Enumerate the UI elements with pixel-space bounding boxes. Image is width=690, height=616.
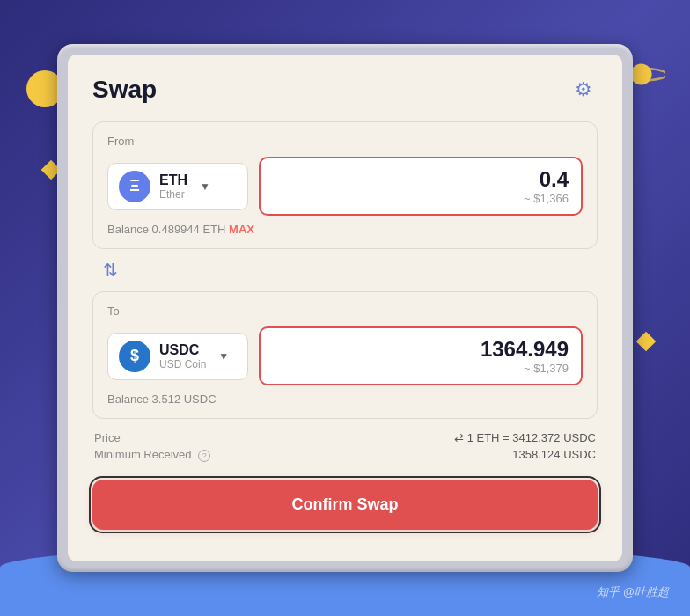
from-section: From Ξ ETH Ether ▼ 0.4 ~ $1,366 Balance …: [92, 121, 598, 249]
settings-button[interactable]: ⚙: [569, 76, 598, 104]
gear-icon: ⚙: [575, 78, 592, 101]
to-balance-row: Balance 3.512 USDC: [107, 392, 583, 406]
watermark: 知乎 @叶胜超: [597, 584, 669, 600]
from-amount-usd: ~ $1,366: [273, 192, 569, 205]
inner-panel: Swap ⚙ From Ξ ETH Ether ▼ 0.4 ~ $1,3: [68, 55, 622, 561]
to-amount-box[interactable]: 1364.949 ~ $1,379: [259, 326, 583, 385]
from-token-row: Ξ ETH Ether ▼ 0.4 ~ $1,366: [107, 157, 583, 216]
swap-arrows-icon: ⇅: [103, 260, 118, 281]
swap-header: Swap ⚙: [92, 76, 598, 104]
price-row: Price ⇄ 1 ETH = 3412.372 USDC: [94, 431, 596, 444]
from-token-info: ETH Ether: [159, 172, 187, 201]
to-token-info: USDC USD Coin: [159, 342, 206, 370]
from-chevron-icon: ▼: [200, 180, 210, 193]
min-received-row: Minimum Received ? 1358.124 USDC: [94, 448, 596, 462]
main-panel: Swap ⚙ From Ξ ETH Ether ▼ 0.4 ~ $1,3: [57, 44, 633, 572]
confirm-swap-button[interactable]: Confirm Swap: [92, 480, 598, 530]
swap-direction-button[interactable]: ⇅: [98, 258, 122, 282]
to-token-selector[interactable]: $ USDC USD Coin ▼: [107, 333, 248, 380]
usdc-icon: $: [119, 341, 150, 372]
price-label: Price: [94, 431, 121, 444]
min-received-value: 1358.124 USDC: [512, 448, 596, 462]
from-balance-text: Balance 0.489944 ETH: [107, 223, 225, 236]
from-label: From: [107, 135, 583, 148]
price-info: Price ⇄ 1 ETH = 3412.372 USDC Minimum Re…: [92, 431, 598, 462]
from-token-selector[interactable]: Ξ ETH Ether ▼: [107, 163, 248, 210]
to-amount-usd: ~ $1,379: [273, 362, 569, 375]
to-token-row: $ USDC USD Coin ▼ 1364.949 ~ $1,379: [107, 326, 583, 385]
to-section: To $ USDC USD Coin ▼ 1364.949 ~ $1,379 B…: [92, 291, 598, 419]
page-title: Swap: [92, 76, 157, 104]
min-received-info-icon[interactable]: ?: [198, 450, 210, 462]
from-token-subname: Ether: [159, 188, 187, 201]
to-label: To: [107, 304, 583, 318]
min-received-label: Minimum Received ?: [94, 448, 210, 462]
to-amount-value: 1364.949: [273, 337, 569, 362]
from-amount-value: 0.4: [273, 167, 569, 192]
max-button[interactable]: MAX: [229, 223, 254, 236]
eth-icon: Ξ: [119, 171, 150, 202]
from-token-name: ETH: [159, 172, 187, 188]
to-token-name: USDC: [159, 342, 206, 358]
from-amount-box[interactable]: 0.4 ~ $1,366: [259, 157, 583, 216]
to-chevron-icon: ▼: [218, 350, 229, 363]
to-token-subname: USD Coin: [159, 358, 206, 370]
to-balance-text: Balance 3.512 USDC: [107, 392, 217, 406]
svg-point-0: [631, 64, 652, 85]
swap-arrows-container: ⇅: [92, 249, 598, 291]
price-value: ⇄ 1 ETH = 3412.372 USDC: [454, 431, 596, 444]
from-balance-row: Balance 0.489944 ETH MAX: [107, 223, 583, 236]
